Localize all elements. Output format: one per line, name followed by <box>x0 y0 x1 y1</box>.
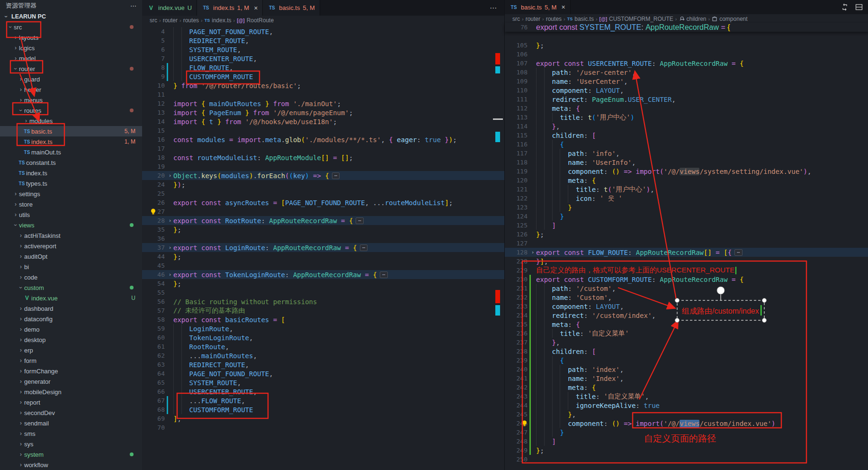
code-line-111[interactable]: 111redirect: PageEnum.USER_CENTER, <box>505 95 868 104</box>
code-line-122[interactable]: 122icon: ' 웃 ' <box>505 194 868 203</box>
code-line-121[interactable]: 121title: t('用户中心'), <box>505 185 868 194</box>
code-line-237[interactable]: 237}, <box>505 338 868 347</box>
lightbulb-icon[interactable] <box>521 420 528 427</box>
tree-item-secondDev[interactable]: ›secondDev <box>0 407 142 418</box>
tree-item-sms[interactable]: ›sms <box>0 428 142 439</box>
breadcrumb-item[interactable]: src <box>512 16 520 22</box>
code-line-60[interactable]: 60TokenLoginRoute, <box>142 333 504 342</box>
tree-item-mobileDesign[interactable]: ›mobileDesign <box>0 387 142 397</box>
code-line-108[interactable]: 108path: '/user-center', <box>505 68 868 77</box>
code-line-58[interactable]: 58export const basicRoutes = [ <box>142 315 504 324</box>
code-line-231[interactable]: 231path: '/custom', <box>505 284 868 293</box>
code-line-240[interactable]: 240path: 'index', <box>505 365 868 374</box>
breadcrumb-item[interactable]: routes <box>183 17 199 24</box>
tree-item-logics[interactable]: ›logics <box>0 43 142 53</box>
code-line-119[interactable]: 119component: () => import('/@/views/sys… <box>505 167 868 176</box>
code-line-126[interactable]: 126}; <box>505 230 868 239</box>
code-line-13[interactable]: 13import { PageEnum } from '/@/enums/pag… <box>142 108 504 117</box>
basic-ts-code[interactable]: 105};106107export const USERCENTER_ROUTE… <box>505 41 868 464</box>
breadcrumb-item[interactable]: component <box>719 16 747 22</box>
tree-item-router[interactable]: ›router <box>0 63 142 74</box>
code-line-27[interactable]: 27 <box>142 207 504 216</box>
breadcrumb-item[interactable]: basic.ts <box>574 16 594 22</box>
tree-item-system[interactable]: ›system <box>0 449 142 460</box>
code-line-61[interactable]: 61RootRoute, <box>142 342 504 351</box>
code-line-28[interactable]: 28›export const RootRoute: AppRouteRecor… <box>142 216 504 225</box>
sticky-scroll-line[interactable]: 76export const SYSTEM_ROUTE: AppRouteRec… <box>505 23 868 32</box>
code-line-245[interactable]: 245}, <box>505 410 868 419</box>
tab-basic-ts[interactable]: TSbasic.ts5, M <box>263 0 320 16</box>
middle-breadcrumb[interactable]: src›router›routes›TSindex.ts›[@]RootRout… <box>142 16 504 25</box>
code-line-229[interactable]: 229自己定义的路由，格式可以参考上面的USERCENTER_ROUTE <box>505 266 868 275</box>
tree-item-basic-ts[interactable]: TSbasic.ts5, M <box>0 126 142 136</box>
code-line-228[interactable]: 228}]; <box>505 257 868 266</box>
code-line-120[interactable]: 120meta: { <box>505 176 868 185</box>
code-line-54[interactable]: 54}; <box>142 279 504 288</box>
code-line-6[interactable]: 6SYSTEM_ROUTE, <box>142 45 504 54</box>
code-line-25[interactable]: 25 <box>142 189 504 198</box>
tree-item-sys[interactable]: ›sys <box>0 439 142 449</box>
tree-item-sendmail[interactable]: ›sendmail <box>0 418 142 428</box>
code-line-36[interactable]: 36 <box>142 234 504 243</box>
breadcrumb-item[interactable]: routes <box>546 16 562 22</box>
code-line-248[interactable]: 248] <box>505 437 868 446</box>
code-line-250[interactable]: 250 <box>505 455 868 464</box>
code-line-125[interactable]: 125] <box>505 221 868 230</box>
tree-item-index-ts[interactable]: TSindex.ts <box>0 168 142 178</box>
tree-item-store[interactable]: ›store <box>0 199 142 209</box>
code-line-242[interactable]: 242meta: { <box>505 383 868 392</box>
code-line-235[interactable]: 235meta: { <box>505 320 868 329</box>
code-line-44[interactable]: 44}; <box>142 252 504 261</box>
tree-item-settings[interactable]: ›settings <box>0 189 142 199</box>
tabs-more-icon[interactable]: ⋯ <box>482 0 504 16</box>
tree-item-actHiTaskinst[interactable]: ›actHiTaskinst <box>0 230 142 241</box>
code-line-236[interactable]: 236title: '自定义菜单' <box>505 329 868 338</box>
code-line-17[interactable]: 17 <box>142 144 504 153</box>
code-line-16[interactable]: 16const modules = import.meta.glob('./mo… <box>142 135 504 144</box>
code-line-62[interactable]: 62...mainOutRoutes, <box>142 351 504 360</box>
code-line-239[interactable]: 239{ <box>505 356 868 365</box>
code-line-127[interactable]: 127 <box>505 239 868 248</box>
code-line-59[interactable]: 59LoginRoute, <box>142 324 504 333</box>
code-line-243[interactable]: 243title: '自定义菜单', <box>505 392 868 401</box>
code-line-5[interactable]: 5REDIRECT_ROUTE, <box>142 36 504 45</box>
code-line-24[interactable]: 24}); <box>142 180 504 189</box>
code-line-19[interactable]: 19 <box>142 162 504 171</box>
code-line-128[interactable]: 128›export const FLOW_ROUTE: AppRouteRec… <box>505 248 868 257</box>
code-line-106[interactable]: 106 <box>505 50 868 59</box>
code-line-46[interactable]: 46›export const TokenLoginRoute: AppRout… <box>142 270 504 279</box>
code-line-67[interactable]: 67...FLOW_ROUTE, <box>142 396 504 405</box>
code-line-56[interactable]: 56// Basic routing without permissions <box>142 297 504 306</box>
tree-item-code[interactable]: ›code <box>0 272 142 282</box>
code-line-37[interactable]: 37›export const LoginRoute: AppRouteReco… <box>142 243 504 252</box>
code-line-234[interactable]: 234redirect: '/custom/index', <box>505 311 868 320</box>
code-line-12[interactable]: 12import { mainOutRoutes } from './mainO… <box>142 99 504 108</box>
tree-item-views[interactable]: ›views <box>0 220 142 230</box>
code-line-45[interactable]: 45 <box>142 261 504 270</box>
code-line-110[interactable]: 110component: LAYOUT, <box>505 86 868 95</box>
tree-item-generator[interactable]: ›generator <box>0 376 142 387</box>
code-line-14[interactable]: 14import { t } from '/@/hooks/web/useI18… <box>142 117 504 126</box>
code-line-124[interactable]: 124} <box>505 212 868 221</box>
code-line-11[interactable]: 11 <box>142 90 504 99</box>
breadcrumb-item[interactable]: router <box>526 16 540 22</box>
tree-item-dashboard[interactable]: ›dashboard <box>0 303 142 314</box>
close-icon[interactable]: × <box>254 4 258 12</box>
tree-item-custom[interactable]: ›custom <box>0 282 142 293</box>
tree-item-workflow[interactable]: ›workflow <box>0 460 142 470</box>
toggle-layout-icon[interactable] <box>855 3 863 11</box>
code-line-7[interactable]: 7USERCENTER_ROUTE, <box>142 54 504 63</box>
code-line-65[interactable]: 65SYSTEM_ROUTE, <box>142 378 504 387</box>
code-line-247[interactable]: 247} <box>505 428 868 437</box>
tree-item-activereport[interactable]: ›activereport <box>0 241 142 251</box>
code-line-66[interactable]: 66USERCENTER_ROUTE, <box>142 387 504 396</box>
code-line-68[interactable]: 68CUSTOMFORM_ROUTE <box>142 405 504 414</box>
code-line-113[interactable]: 113title: t('用户中心') <box>505 113 868 122</box>
close-icon[interactable]: × <box>561 3 565 11</box>
tree-item-types-ts[interactable]: TStypes.ts <box>0 178 142 189</box>
code-line-232[interactable]: 232name: 'Custom', <box>505 293 868 302</box>
split-editor-icon[interactable] <box>841 3 849 11</box>
code-line-112[interactable]: 112meta: { <box>505 104 868 113</box>
tree-item-demo[interactable]: ›demo <box>0 324 142 334</box>
tab-basic-ts[interactable]: TSbasic.ts5, M× <box>505 0 571 14</box>
